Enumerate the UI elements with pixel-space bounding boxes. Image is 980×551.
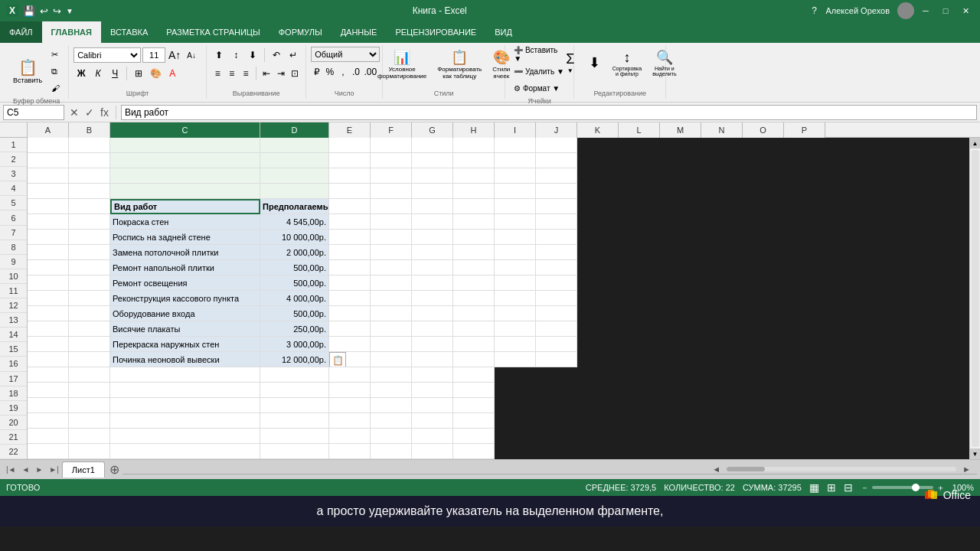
row-header-19[interactable]: 19: [0, 401, 27, 416]
hscroll-thumb[interactable]: [727, 467, 765, 471]
format-cells-button[interactable]: ⚙ Формат ▼: [510, 80, 569, 96]
row-header-13[interactable]: 13: [0, 313, 27, 328]
cell-d5[interactable]: Предполагаемые затраты: [260, 199, 329, 214]
cell-a4[interactable]: [28, 184, 69, 199]
cell-h10[interactable]: [453, 276, 495, 291]
cell-i3[interactable]: [495, 168, 536, 184]
cell-g12[interactable]: [412, 306, 453, 321]
cell-g21[interactable]: [412, 444, 453, 459]
cell-b8[interactable]: [69, 245, 110, 260]
cell-g20[interactable]: [412, 429, 453, 444]
cell-d21[interactable]: [260, 444, 329, 459]
row-header-20[interactable]: 20: [0, 416, 27, 430]
cell-d3[interactable]: [260, 168, 329, 184]
cell-c5[interactable]: Вид работ: [110, 199, 260, 214]
font-color-button[interactable]: A: [165, 66, 180, 81]
paste-options-popup[interactable]: 📋: [329, 352, 346, 367]
cell-e16[interactable]: [329, 367, 371, 383]
cell-c3[interactable]: [110, 168, 260, 184]
cell-i15[interactable]: [495, 352, 536, 367]
cell-d2[interactable]: [260, 153, 329, 168]
fill-button[interactable]: ⬇: [584, 52, 606, 73]
cell-g7[interactable]: [412, 230, 453, 245]
cell-e9[interactable]: [329, 260, 371, 276]
col-header-d[interactable]: D: [260, 122, 329, 138]
cell-b11[interactable]: [69, 291, 110, 306]
cell-g18[interactable]: [412, 398, 453, 413]
cell-d1[interactable]: [260, 138, 329, 153]
cell-g17[interactable]: [412, 383, 453, 398]
sheet-nav-first[interactable]: |◄: [3, 465, 19, 474]
vertical-scrollbar[interactable]: ▲ ▼: [969, 138, 980, 459]
cell-f16[interactable]: [371, 367, 412, 383]
increase-indent-button[interactable]: ⇥: [274, 66, 286, 81]
align-middle-button[interactable]: ↕: [228, 47, 243, 63]
cell-h8[interactable]: [453, 245, 495, 260]
save-icon[interactable]: 💾: [23, 5, 35, 17]
cell-d20[interactable]: [260, 429, 329, 444]
cell-b4[interactable]: [69, 184, 110, 199]
sheet-nav-next[interactable]: ►: [32, 465, 46, 474]
corner-cell[interactable]: [0, 122, 28, 137]
zoom-out-icon[interactable]: －: [861, 482, 869, 494]
cell-reference-box[interactable]: C5: [3, 105, 64, 120]
cell-e14[interactable]: [329, 337, 371, 352]
cell-c7[interactable]: Роспись на задней стене: [110, 230, 260, 245]
row-header-6[interactable]: 6: [0, 210, 27, 225]
align-left-button[interactable]: ≡: [211, 66, 224, 81]
col-header-l[interactable]: L: [619, 122, 660, 138]
format-table-button[interactable]: 📋 Форматироватькак таблицу: [433, 47, 485, 82]
currency-button[interactable]: ₽: [311, 64, 322, 80]
cell-f18[interactable]: [371, 398, 412, 413]
cell-e11[interactable]: [329, 291, 371, 306]
col-header-k[interactable]: K: [577, 122, 619, 138]
cell-f2[interactable]: [371, 153, 412, 168]
cell-c17[interactable]: [110, 383, 260, 398]
cell-e7[interactable]: [329, 230, 371, 245]
cell-e17[interactable]: [329, 383, 371, 398]
cell-a15[interactable]: [28, 352, 69, 367]
cell-j1[interactable]: [536, 138, 577, 153]
cell-a3[interactable]: [28, 168, 69, 184]
row-header-9[interactable]: 9: [0, 255, 27, 269]
tab-formulas[interactable]: ФОРМУЛЫ: [270, 21, 332, 43]
cell-c4[interactable]: [110, 184, 260, 199]
cell-i9[interactable]: [495, 260, 536, 276]
increase-font-button[interactable]: A↑: [167, 47, 182, 63]
cell-f7[interactable]: [371, 230, 412, 245]
cell-f12[interactable]: [371, 306, 412, 321]
cell-c10[interactable]: Ремонт освещения: [110, 276, 260, 291]
cell-a20[interactable]: [28, 429, 69, 444]
cell-d4[interactable]: [260, 184, 329, 199]
cell-b13[interactable]: [69, 321, 110, 337]
zoom-thumb[interactable]: [912, 484, 920, 491]
cell-j3[interactable]: [536, 168, 577, 184]
cell-h17[interactable]: [453, 383, 495, 398]
cell-g15[interactable]: [412, 352, 453, 367]
cell-g14[interactable]: [412, 337, 453, 352]
cell-c21[interactable]: [110, 444, 260, 459]
cell-e12[interactable]: [329, 306, 371, 321]
row-header-1[interactable]: 1: [0, 138, 27, 152]
align-bottom-button[interactable]: ⬇: [245, 47, 260, 63]
cell-d9[interactable]: 500,00р.: [260, 260, 329, 276]
cell-f8[interactable]: [371, 245, 412, 260]
row-header-22[interactable]: 22: [0, 445, 27, 459]
cell-h21[interactable]: [453, 444, 495, 459]
tab-file[interactable]: ФАЙЛ: [0, 21, 42, 43]
cell-i11[interactable]: [495, 291, 536, 306]
sheet-nav-last[interactable]: ►|: [46, 465, 62, 474]
cell-h13[interactable]: [453, 321, 495, 337]
cell-e4[interactable]: [329, 184, 371, 199]
paste-button[interactable]: 📋 Вставить: [9, 56, 46, 86]
cell-c15[interactable]: Починка неоновой вывески: [110, 352, 260, 367]
cell-b9[interactable]: [69, 260, 110, 276]
scroll-up-button[interactable]: ▲: [970, 138, 981, 148]
cell-g13[interactable]: [412, 321, 453, 337]
col-header-j[interactable]: J: [536, 122, 577, 138]
help-icon[interactable]: ?: [805, 3, 822, 18]
cell-h11[interactable]: [453, 291, 495, 306]
cell-c2[interactable]: [110, 153, 260, 168]
cell-i8[interactable]: [495, 245, 536, 260]
cell-b14[interactable]: [69, 337, 110, 352]
